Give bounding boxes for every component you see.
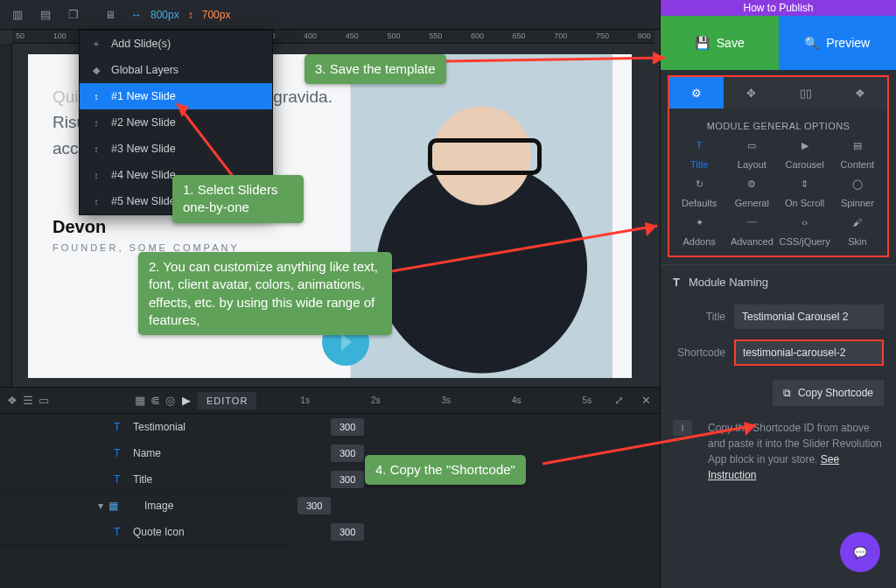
dropdown-item[interactable]: +Add Slide(s)	[80, 31, 272, 57]
options-tabs: ⚙ ✥ ▯▯ ❖	[668, 75, 889, 108]
preview-button[interactable]: 🔍 Preview	[779, 16, 897, 70]
tab-general[interactable]: ⚙	[669, 77, 724, 108]
option-title[interactable]: TTitle	[673, 140, 725, 170]
folder-icon[interactable]: ▭	[38, 394, 49, 407]
tab-layers[interactable]: ❖	[833, 77, 887, 108]
how-to-publish-banner[interactable]: How to Publish	[661, 0, 896, 16]
chat-fab[interactable]: 💬	[840, 532, 880, 572]
layers-toggle-icon[interactable]: ❖	[7, 394, 18, 407]
author-name[interactable]: Devon	[52, 217, 106, 236]
timeline-pill[interactable]: 300	[331, 444, 364, 462]
option-icon: T	[691, 140, 707, 156]
option-spinner[interactable]: ◯Spinner	[831, 178, 884, 208]
option-icon: ↻	[691, 178, 707, 194]
field-shortcode: Shortcode testimonial-carousel-2	[661, 334, 896, 371]
list-icon[interactable]: ☰	[23, 394, 33, 407]
arrows-v-icon: ↕	[188, 9, 193, 21]
panel-toggle-2-icon[interactable]: ▤	[33, 3, 58, 27]
option-icon: 🖌	[850, 217, 865, 233]
shortcode-label: Shortcode	[673, 346, 734, 359]
dropdown-label: #2 New Slide	[111, 116, 176, 129]
slide-icon: ↕	[90, 170, 102, 180]
chevron-down-icon[interactable]: ▾	[98, 500, 103, 512]
option-advanced[interactable]: 〰Advanced	[725, 217, 778, 247]
tab-align[interactable]: ▯▯	[779, 77, 833, 108]
timeline-pill[interactable]: 300	[331, 471, 364, 488]
save-button[interactable]: 💾 Save	[661, 16, 779, 70]
option-icon: ▭	[744, 140, 760, 156]
option-label: Advanced	[731, 236, 774, 247]
option-label: General	[735, 198, 769, 208]
layer-label: Name	[133, 447, 161, 459]
option-addons[interactable]: ✦Addons	[673, 217, 725, 247]
option-label: CSS/jQuery	[780, 236, 830, 247]
layer-label: Title	[133, 473, 152, 486]
title-input[interactable]: Testimonial Carousel 2	[734, 304, 884, 329]
dropdown-item[interactable]: ↕#1 New Slide	[80, 83, 272, 109]
right-panel: How to Publish 💾 Save 🔍 Preview ⚙ ✥ ▯▯ ❖…	[660, 0, 896, 588]
options-box: MODULE GENERAL OPTIONS TTitle▭Layout▶Car…	[668, 108, 889, 257]
magnet-icon[interactable]: ⋐	[150, 394, 160, 407]
panel-toggle-3-icon[interactable]: ❐	[61, 3, 86, 27]
canvas-width[interactable]: 800px	[150, 9, 179, 21]
layer-type-icon: T	[114, 473, 126, 486]
layer-label: Quote Icon	[133, 526, 185, 538]
timeline-panel: ❖ ☰ ▭ ▦ ⋐ ◎ ▶ EDITOR 1s2s3s4s5s ⤢ ✕ TTes…	[0, 387, 660, 588]
close-icon[interactable]: ✕	[633, 394, 660, 407]
desktop-icon[interactable]: 🖥	[98, 3, 122, 27]
dropdown-label: Add Slide(s)	[111, 38, 171, 50]
layer-type-icon: T	[114, 447, 126, 459]
option-label: Content	[841, 159, 875, 170]
timeline-pill[interactable]: 300	[298, 497, 331, 514]
help-text: Copy the Shortcode ID from above and pas…	[708, 420, 884, 483]
timeline-pill[interactable]: 300	[331, 523, 364, 541]
dropdown-item[interactable]: ↕#3 New Slide	[80, 136, 272, 162]
option-general[interactable]: ⚙General	[725, 178, 778, 208]
search-icon: 🔍	[804, 36, 819, 50]
annotation-4: 4. Copy the "Shortcode"	[365, 455, 526, 485]
option-layout[interactable]: ▭Layout	[725, 140, 778, 170]
option-defaults[interactable]: ↻Defaults	[673, 178, 725, 208]
timeline-row[interactable]: TName	[0, 440, 289, 466]
option-on-scroll[interactable]: ⇕On Scroll	[779, 178, 831, 208]
dropdown-label: #4 New Slide	[111, 169, 176, 181]
option-content[interactable]: ▤Content	[831, 140, 884, 170]
option-carousel[interactable]: ▶Carousel	[779, 140, 831, 170]
dropdown-item[interactable]: ◆Global Layers	[80, 57, 272, 83]
timeline-row[interactable]: TTitle	[0, 466, 289, 493]
slide-icon: ↕	[90, 144, 102, 154]
option-icon: ‹›	[797, 217, 813, 233]
canvas-height[interactable]: 700px	[202, 9, 231, 21]
option-css-jquery[interactable]: ‹›CSS/jQuery	[779, 217, 831, 247]
image-icon: ▦	[108, 500, 118, 512]
shortcode-input[interactable]: testimonial-carousel-2	[734, 340, 884, 366]
timeline-row[interactable]: TTestimonial	[0, 414, 289, 440]
tab-move[interactable]: ✥	[724, 77, 778, 108]
section-module-naming[interactable]: T Module Naming	[661, 264, 896, 299]
panel-toggle-icon[interactable]: ▥	[5, 3, 30, 27]
grid-icon[interactable]: ▦	[135, 394, 145, 407]
slide-icon: +	[90, 38, 102, 49]
editor-tag[interactable]: EDITOR	[198, 392, 256, 410]
gear-icon: ⚙	[691, 87, 702, 100]
ruler-left	[0, 44, 12, 387]
option-icon: ⇕	[797, 178, 813, 194]
option-skin[interactable]: 🖌Skin	[831, 217, 884, 247]
layer-type-icon: T	[114, 421, 126, 433]
option-label: Spinner	[841, 198, 874, 208]
annotation-2: 2. You can customize anything like text,…	[138, 252, 392, 335]
target-icon[interactable]: ◎	[165, 394, 175, 407]
copy-shortcode-button[interactable]: ⧉ Copy Shortcode	[773, 380, 884, 406]
timeline-row[interactable]: ▾▦Image	[0, 493, 289, 519]
option-label: Layout	[738, 159, 766, 170]
option-label: Skin	[848, 236, 866, 247]
dropdown-item[interactable]: ↕#2 New Slide	[80, 109, 272, 136]
timeline-pill[interactable]: 300	[331, 418, 364, 436]
option-label: Carousel	[786, 159, 824, 170]
timeline-row[interactable]: TQuote Icon	[0, 519, 289, 545]
expand-icon[interactable]: ⤢	[606, 394, 633, 407]
play-icon[interactable]: ▶	[182, 394, 191, 407]
slide-icon: ↕	[90, 91, 102, 102]
option-label: Addons	[682, 236, 715, 247]
option-label: Title	[690, 159, 708, 170]
